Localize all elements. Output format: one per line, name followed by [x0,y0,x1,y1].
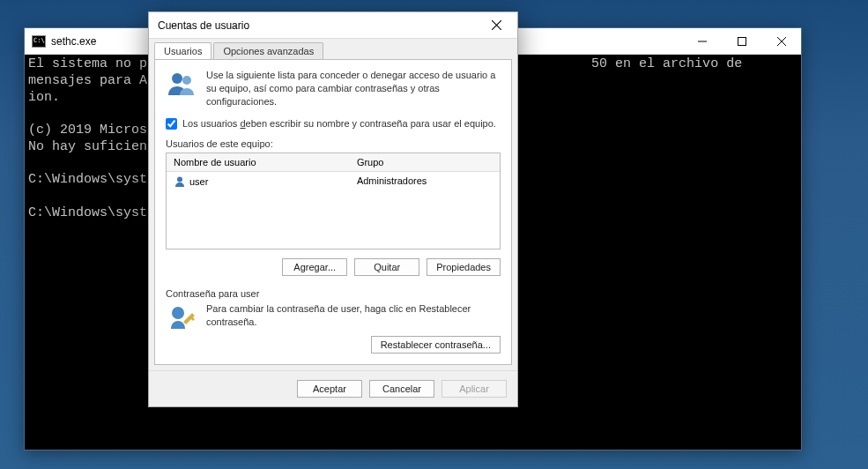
cmd-icon [32,35,46,48]
dialog-footer: Aceptar Cancelar Aplicar [149,370,517,406]
users-section-label: Usuarios de este equipo: [166,138,501,149]
apply-button: Aplicar [441,380,507,398]
tab-advanced[interactable]: Opciones avanzadas [213,42,323,59]
properties-button[interactable]: Propiedades [427,258,501,276]
password-text: Para cambiar la contraseña de user, haga… [206,302,501,329]
intro-text: Use la siguiente lista para conceder o d… [206,69,501,108]
intro-row: Use la siguiente lista para conceder o d… [166,69,501,108]
add-button[interactable]: Agregar... [282,258,347,276]
password-section-title: Contraseña para user [166,288,501,299]
svg-point-2 [182,76,191,85]
close-button[interactable] [761,28,801,54]
svg-point-1 [172,73,182,84]
minimize-button[interactable] [682,28,722,54]
require-login-label[interactable]: Los usuarios deben escribir su nombre y … [182,117,496,130]
key-icon [166,302,197,334]
column-group[interactable]: Grupo [350,153,500,171]
user-icon [174,175,186,188]
user-accounts-dialog: Cuentas de usuario Usuarios Opciones ava… [148,11,518,407]
require-login-checkbox[interactable] [166,118,177,130]
reset-password-button[interactable]: Restablecer contraseña... [371,336,501,354]
password-section: Contraseña para user Para cambiar la con… [166,288,501,354]
svg-point-4 [172,307,184,319]
cancel-button[interactable]: Cancelar [369,380,434,398]
svg-rect-0 [738,37,746,45]
dialog-title: Cuentas de usuario [158,19,482,32]
user-list-header[interactable]: Nombre de usuario Grupo [167,153,500,172]
tab-row: Usuarios Opciones avanzadas [149,39,517,59]
users-icon [166,69,197,100]
user-buttons-row: Agregar... Quitar Propiedades [166,258,501,276]
require-login-row: Los usuarios deben escribir su nombre y … [166,117,501,130]
maximize-button[interactable] [722,28,761,54]
user-row-group: Administradores [350,172,500,191]
user-row[interactable]: userAdministradores [167,172,500,192]
tab-users[interactable]: Usuarios [154,42,211,59]
column-username[interactable]: Nombre de usuario [167,153,350,171]
close-icon[interactable] [482,15,510,36]
user-list[interactable]: Nombre de usuario Grupo userAdministrado… [166,153,501,249]
remove-button[interactable]: Quitar [354,258,419,276]
svg-point-3 [177,176,182,182]
dialog-titlebar[interactable]: Cuentas de usuario [149,12,517,39]
ok-button[interactable]: Aceptar [297,380,362,398]
user-row-name: user [167,172,350,191]
tab-panel-users: Use la siguiente lista para conceder o d… [154,59,512,365]
